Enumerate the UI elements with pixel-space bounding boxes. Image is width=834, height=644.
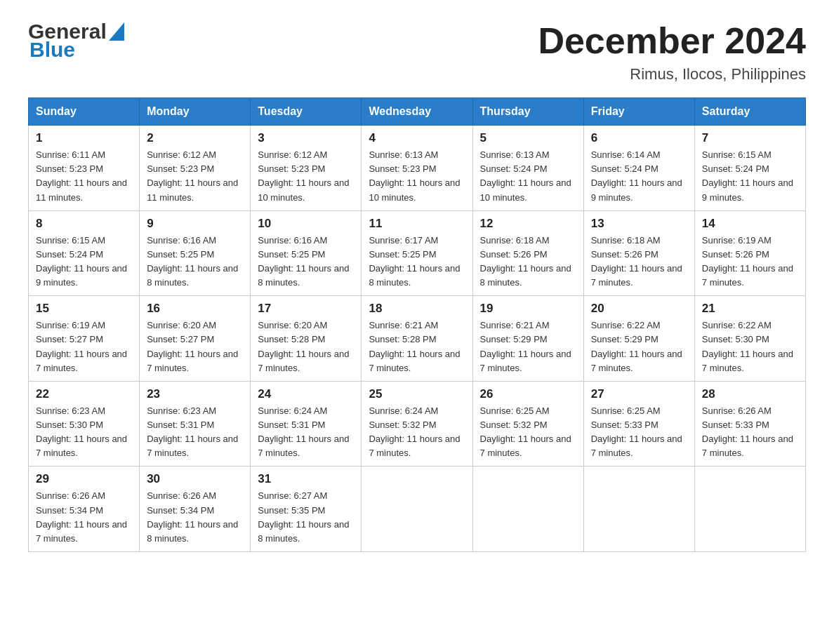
day-number: 23 bbox=[147, 387, 243, 401]
calendar-cell bbox=[362, 467, 472, 552]
day-info: Sunrise: 6:19 AMSunset: 5:26 PMDaylight:… bbox=[702, 235, 793, 288]
day-number: 25 bbox=[369, 387, 465, 401]
day-number: 2 bbox=[147, 131, 243, 145]
day-info: Sunrise: 6:23 AMSunset: 5:31 PMDaylight:… bbox=[147, 405, 238, 458]
calendar-cell: 20 Sunrise: 6:22 AMSunset: 5:29 PMDaylig… bbox=[583, 296, 694, 382]
day-number: 13 bbox=[591, 217, 687, 231]
day-number: 19 bbox=[480, 302, 576, 316]
day-info: Sunrise: 6:16 AMSunset: 5:25 PMDaylight:… bbox=[258, 235, 349, 288]
calendar-cell: 17 Sunrise: 6:20 AMSunset: 5:28 PMDaylig… bbox=[251, 296, 362, 382]
calendar-week-row: 15 Sunrise: 6:19 AMSunset: 5:27 PMDaylig… bbox=[29, 296, 806, 382]
weekday-header-saturday: Saturday bbox=[694, 98, 805, 126]
day-number: 8 bbox=[36, 217, 132, 231]
calendar-week-row: 29 Sunrise: 6:26 AMSunset: 5:34 PMDaylig… bbox=[29, 467, 806, 552]
day-number: 28 bbox=[702, 387, 798, 401]
day-info: Sunrise: 6:21 AMSunset: 5:28 PMDaylight:… bbox=[369, 320, 460, 373]
day-info: Sunrise: 6:14 AMSunset: 5:24 PMDaylight:… bbox=[591, 149, 682, 202]
day-info: Sunrise: 6:13 AMSunset: 5:24 PMDaylight:… bbox=[480, 149, 571, 202]
calendar-cell: 3 Sunrise: 6:12 AMSunset: 5:23 PMDayligh… bbox=[251, 126, 362, 211]
day-number: 11 bbox=[369, 217, 465, 231]
calendar-cell bbox=[583, 467, 694, 552]
day-info: Sunrise: 6:15 AMSunset: 5:24 PMDaylight:… bbox=[36, 235, 127, 288]
calendar-cell: 30 Sunrise: 6:26 AMSunset: 5:34 PMDaylig… bbox=[140, 467, 251, 552]
calendar-cell: 15 Sunrise: 6:19 AMSunset: 5:27 PMDaylig… bbox=[29, 296, 140, 382]
weekday-header-monday: Monday bbox=[140, 98, 251, 126]
calendar-cell: 27 Sunrise: 6:25 AMSunset: 5:33 PMDaylig… bbox=[583, 381, 694, 467]
day-number: 24 bbox=[258, 387, 354, 401]
day-info: Sunrise: 6:27 AMSunset: 5:35 PMDaylight:… bbox=[258, 490, 349, 543]
calendar-week-row: 1 Sunrise: 6:11 AMSunset: 5:23 PMDayligh… bbox=[29, 126, 806, 211]
day-number: 29 bbox=[36, 472, 132, 486]
calendar-week-row: 22 Sunrise: 6:23 AMSunset: 5:30 PMDaylig… bbox=[29, 381, 806, 467]
day-number: 5 bbox=[480, 131, 576, 145]
day-info: Sunrise: 6:16 AMSunset: 5:25 PMDaylight:… bbox=[147, 235, 238, 288]
day-number: 10 bbox=[258, 217, 354, 231]
day-info: Sunrise: 6:24 AMSunset: 5:32 PMDaylight:… bbox=[369, 405, 460, 458]
calendar-cell: 24 Sunrise: 6:24 AMSunset: 5:31 PMDaylig… bbox=[251, 381, 362, 467]
day-info: Sunrise: 6:20 AMSunset: 5:27 PMDaylight:… bbox=[147, 320, 238, 373]
page-header: General Blue December 2024 Rimus, Ilocos… bbox=[28, 21, 806, 83]
day-info: Sunrise: 6:18 AMSunset: 5:26 PMDaylight:… bbox=[480, 235, 571, 288]
day-info: Sunrise: 6:13 AMSunset: 5:23 PMDaylight:… bbox=[369, 149, 460, 202]
day-number: 26 bbox=[480, 387, 576, 401]
svg-marker-0 bbox=[109, 22, 124, 41]
day-info: Sunrise: 6:22 AMSunset: 5:29 PMDaylight:… bbox=[591, 320, 682, 373]
day-number: 20 bbox=[591, 302, 687, 316]
calendar-cell: 11 Sunrise: 6:17 AMSunset: 5:25 PMDaylig… bbox=[362, 210, 472, 296]
calendar-week-row: 8 Sunrise: 6:15 AMSunset: 5:24 PMDayligh… bbox=[29, 210, 806, 296]
calendar-cell: 8 Sunrise: 6:15 AMSunset: 5:24 PMDayligh… bbox=[29, 210, 140, 296]
month-year-title: December 2024 bbox=[538, 21, 806, 61]
day-info: Sunrise: 6:20 AMSunset: 5:28 PMDaylight:… bbox=[258, 320, 349, 373]
day-info: Sunrise: 6:25 AMSunset: 5:33 PMDaylight:… bbox=[591, 405, 682, 458]
day-number: 22 bbox=[36, 387, 132, 401]
day-info: Sunrise: 6:18 AMSunset: 5:26 PMDaylight:… bbox=[591, 235, 682, 288]
day-number: 4 bbox=[369, 131, 465, 145]
calendar-cell: 14 Sunrise: 6:19 AMSunset: 5:26 PMDaylig… bbox=[694, 210, 805, 296]
day-number: 1 bbox=[36, 131, 132, 145]
calendar-cell: 9 Sunrise: 6:16 AMSunset: 5:25 PMDayligh… bbox=[140, 210, 251, 296]
day-info: Sunrise: 6:11 AMSunset: 5:23 PMDaylight:… bbox=[36, 149, 127, 202]
day-info: Sunrise: 6:26 AMSunset: 5:34 PMDaylight:… bbox=[147, 490, 238, 543]
day-number: 27 bbox=[591, 387, 687, 401]
day-info: Sunrise: 6:23 AMSunset: 5:30 PMDaylight:… bbox=[36, 405, 127, 458]
title-area: December 2024 Rimus, Ilocos, Philippines bbox=[538, 21, 806, 83]
calendar-table: SundayMondayTuesdayWednesdayThursdayFrid… bbox=[28, 98, 806, 552]
calendar-cell: 21 Sunrise: 6:22 AMSunset: 5:30 PMDaylig… bbox=[694, 296, 805, 382]
day-number: 12 bbox=[480, 217, 576, 231]
calendar-cell: 22 Sunrise: 6:23 AMSunset: 5:30 PMDaylig… bbox=[29, 381, 140, 467]
day-info: Sunrise: 6:21 AMSunset: 5:29 PMDaylight:… bbox=[480, 320, 571, 373]
logo-arrow-icon bbox=[109, 22, 124, 41]
calendar-cell: 16 Sunrise: 6:20 AMSunset: 5:27 PMDaylig… bbox=[140, 296, 251, 382]
day-info: Sunrise: 6:25 AMSunset: 5:32 PMDaylight:… bbox=[480, 405, 571, 458]
day-info: Sunrise: 6:22 AMSunset: 5:30 PMDaylight:… bbox=[702, 320, 793, 373]
day-info: Sunrise: 6:17 AMSunset: 5:25 PMDaylight:… bbox=[369, 235, 460, 288]
day-number: 3 bbox=[258, 131, 354, 145]
calendar-cell: 10 Sunrise: 6:16 AMSunset: 5:25 PMDaylig… bbox=[251, 210, 362, 296]
calendar-cell: 18 Sunrise: 6:21 AMSunset: 5:28 PMDaylig… bbox=[362, 296, 472, 382]
calendar-cell: 4 Sunrise: 6:13 AMSunset: 5:23 PMDayligh… bbox=[362, 126, 472, 211]
calendar-cell bbox=[694, 467, 805, 552]
weekday-header-friday: Friday bbox=[583, 98, 694, 126]
day-number: 7 bbox=[702, 131, 798, 145]
logo: General Blue bbox=[28, 21, 124, 60]
calendar-cell: 7 Sunrise: 6:15 AMSunset: 5:24 PMDayligh… bbox=[694, 126, 805, 211]
location-subtitle: Rimus, Ilocos, Philippines bbox=[538, 65, 806, 83]
weekday-header-wednesday: Wednesday bbox=[362, 98, 472, 126]
calendar-cell: 23 Sunrise: 6:23 AMSunset: 5:31 PMDaylig… bbox=[140, 381, 251, 467]
day-number: 9 bbox=[147, 217, 243, 231]
calendar-cell: 25 Sunrise: 6:24 AMSunset: 5:32 PMDaylig… bbox=[362, 381, 472, 467]
calendar-cell: 5 Sunrise: 6:13 AMSunset: 5:24 PMDayligh… bbox=[472, 126, 583, 211]
weekday-header-thursday: Thursday bbox=[472, 98, 583, 126]
weekday-header-tuesday: Tuesday bbox=[251, 98, 362, 126]
calendar-cell: 29 Sunrise: 6:26 AMSunset: 5:34 PMDaylig… bbox=[29, 467, 140, 552]
day-info: Sunrise: 6:24 AMSunset: 5:31 PMDaylight:… bbox=[258, 405, 349, 458]
day-number: 6 bbox=[591, 131, 687, 145]
calendar-cell: 6 Sunrise: 6:14 AMSunset: 5:24 PMDayligh… bbox=[583, 126, 694, 211]
calendar-cell: 19 Sunrise: 6:21 AMSunset: 5:29 PMDaylig… bbox=[472, 296, 583, 382]
day-number: 31 bbox=[258, 472, 354, 486]
calendar-cell: 13 Sunrise: 6:18 AMSunset: 5:26 PMDaylig… bbox=[583, 210, 694, 296]
day-number: 17 bbox=[258, 302, 354, 316]
calendar-cell: 28 Sunrise: 6:26 AMSunset: 5:33 PMDaylig… bbox=[694, 381, 805, 467]
day-number: 18 bbox=[369, 302, 465, 316]
calendar-cell: 2 Sunrise: 6:12 AMSunset: 5:23 PMDayligh… bbox=[140, 126, 251, 211]
